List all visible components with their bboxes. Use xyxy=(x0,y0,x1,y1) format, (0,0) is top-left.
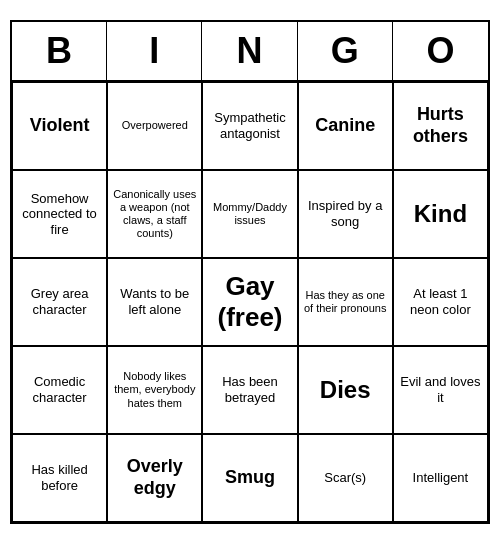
bingo-cell-11: Wants to be left alone xyxy=(107,258,202,346)
bingo-cell-3: Canine xyxy=(298,82,393,170)
bingo-cell-12: Gay (free) xyxy=(202,258,297,346)
bingo-cell-22: Smug xyxy=(202,434,297,522)
bingo-cell-13: Has they as one of their pronouns xyxy=(298,258,393,346)
bingo-card: BINGO ViolentOverpoweredSympathetic anta… xyxy=(10,20,490,524)
bingo-cell-16: Nobody likes them, everybody hates them xyxy=(107,346,202,434)
bingo-grid: ViolentOverpoweredSympathetic antagonist… xyxy=(12,82,488,522)
bingo-cell-7: Mommy/Daddy issues xyxy=(202,170,297,258)
bingo-cell-21: Overly edgy xyxy=(107,434,202,522)
header-letter: G xyxy=(298,22,393,80)
bingo-cell-14: At least 1 neon color xyxy=(393,258,488,346)
bingo-cell-6: Canonically uses a weapon (not claws, a … xyxy=(107,170,202,258)
bingo-cell-15: Comedic character xyxy=(12,346,107,434)
bingo-cell-0: Violent xyxy=(12,82,107,170)
bingo-cell-5: Somehow connected to fire xyxy=(12,170,107,258)
bingo-cell-17: Has been betrayed xyxy=(202,346,297,434)
header-letter: N xyxy=(202,22,297,80)
bingo-cell-4: Hurts others xyxy=(393,82,488,170)
bingo-cell-20: Has killed before xyxy=(12,434,107,522)
bingo-cell-1: Overpowered xyxy=(107,82,202,170)
bingo-cell-23: Scar(s) xyxy=(298,434,393,522)
bingo-cell-8: Inspired by a song xyxy=(298,170,393,258)
bingo-cell-2: Sympathetic antagonist xyxy=(202,82,297,170)
header-letter: I xyxy=(107,22,202,80)
bingo-cell-18: Dies xyxy=(298,346,393,434)
bingo-cell-10: Grey area character xyxy=(12,258,107,346)
bingo-cell-19: Evil and loves it xyxy=(393,346,488,434)
header-letter: O xyxy=(393,22,488,80)
bingo-header: BINGO xyxy=(12,22,488,82)
bingo-cell-24: Intelligent xyxy=(393,434,488,522)
bingo-cell-9: Kind xyxy=(393,170,488,258)
header-letter: B xyxy=(12,22,107,80)
